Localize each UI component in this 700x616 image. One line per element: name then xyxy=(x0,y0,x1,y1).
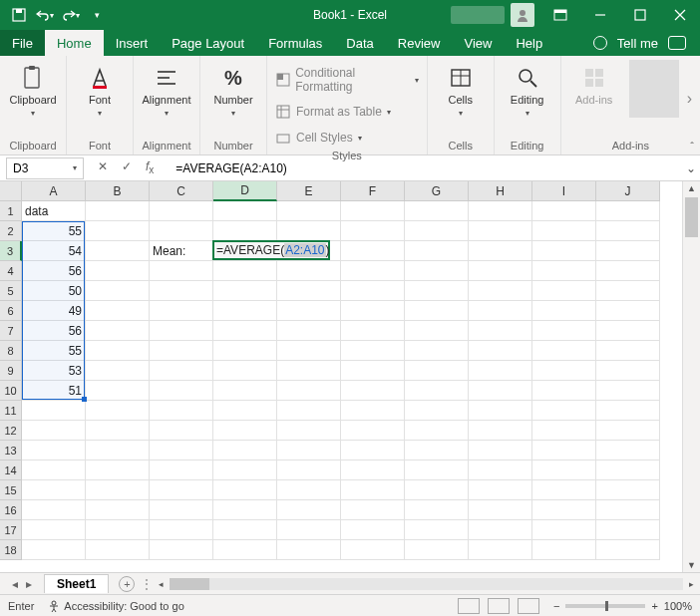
cell-C1[interactable] xyxy=(150,201,213,221)
cell-H12[interactable] xyxy=(469,421,532,441)
expand-formula-bar-icon[interactable]: ⌄ xyxy=(682,161,700,175)
cell-A18[interactable] xyxy=(22,540,86,560)
col-header-E[interactable]: E xyxy=(277,181,341,201)
tab-formulas[interactable]: Formulas xyxy=(256,30,334,56)
cell-G3[interactable] xyxy=(405,241,469,261)
cell-F18[interactable] xyxy=(341,540,405,560)
account-name[interactable] xyxy=(451,6,505,24)
alignment-button[interactable]: Alignment▾ xyxy=(142,60,191,119)
cell-C9[interactable] xyxy=(150,361,213,381)
cell-B11[interactable] xyxy=(86,401,150,421)
cell-I5[interactable] xyxy=(532,281,596,301)
row-header-14[interactable]: 14 xyxy=(0,461,22,480)
cells-button[interactable]: Cells▾ xyxy=(436,60,486,119)
zoom-level[interactable]: 100% xyxy=(664,600,692,612)
sheet-tab[interactable]: Sheet1 xyxy=(44,574,109,593)
conditional-formatting-button[interactable]: Conditional Formatting▾ xyxy=(275,66,419,94)
cell-D17[interactable] xyxy=(213,520,277,540)
cell-G6[interactable] xyxy=(405,301,469,321)
row-header-4[interactable]: 4 xyxy=(0,261,22,281)
cell-B8[interactable] xyxy=(86,341,150,361)
tell-me-icon[interactable] xyxy=(593,36,607,50)
cell-I8[interactable] xyxy=(532,341,596,361)
cell-B10[interactable] xyxy=(86,381,150,401)
cell-F10[interactable] xyxy=(341,381,405,401)
cell-B1[interactable] xyxy=(86,201,150,221)
collapse-ribbon-icon[interactable]: ˆ xyxy=(690,141,694,153)
cell-H13[interactable] xyxy=(469,441,532,461)
cell-B7[interactable] xyxy=(86,321,150,341)
cell-D8[interactable] xyxy=(213,341,277,361)
cell-I2[interactable] xyxy=(532,221,596,241)
cell-B6[interactable] xyxy=(86,301,150,321)
cell-E11[interactable] xyxy=(277,401,341,421)
cell-A6[interactable]: 49 xyxy=(22,301,86,321)
cell-E9[interactable] xyxy=(277,361,341,381)
cell-J16[interactable] xyxy=(596,500,660,520)
cell-D3[interactable] xyxy=(213,241,277,261)
cell-F2[interactable] xyxy=(341,221,405,241)
cell-F14[interactable] xyxy=(341,461,405,480)
cell-H11[interactable] xyxy=(469,401,532,421)
col-header-H[interactable]: H xyxy=(469,181,532,201)
cell-G1[interactable] xyxy=(405,201,469,221)
maximize-icon[interactable] xyxy=(620,0,660,30)
cell-F9[interactable] xyxy=(341,361,405,381)
cell-F13[interactable] xyxy=(341,441,405,461)
account-avatar[interactable] xyxy=(511,3,534,27)
row-header-3[interactable]: 3 xyxy=(0,241,22,261)
cell-J17[interactable] xyxy=(596,520,660,540)
cell-E10[interactable] xyxy=(277,381,341,401)
page-layout-view-icon[interactable] xyxy=(488,598,510,614)
clipboard-button[interactable]: Clipboard▾ xyxy=(8,60,58,119)
col-header-G[interactable]: G xyxy=(405,181,469,201)
cell-styles-button[interactable]: Cell Styles▾ xyxy=(275,130,362,146)
cell-H16[interactable] xyxy=(469,500,532,520)
cell-B9[interactable] xyxy=(86,361,150,381)
cell-F1[interactable] xyxy=(341,201,405,221)
name-box[interactable]: D3▾ xyxy=(6,157,84,179)
cell-I17[interactable] xyxy=(532,520,596,540)
cell-G11[interactable] xyxy=(405,401,469,421)
cell-E7[interactable] xyxy=(277,321,341,341)
col-header-I[interactable]: I xyxy=(532,181,596,201)
cell-G14[interactable] xyxy=(405,461,469,480)
row-header-18[interactable]: 18 xyxy=(0,540,22,560)
row-header-10[interactable]: 10 xyxy=(0,381,22,401)
row-header-9[interactable]: 9 xyxy=(0,361,22,381)
cell-I12[interactable] xyxy=(532,421,596,441)
col-header-D[interactable]: D xyxy=(213,181,277,201)
cell-H15[interactable] xyxy=(469,480,532,500)
row-header-15[interactable]: 15 xyxy=(0,480,22,500)
cell-J2[interactable] xyxy=(596,221,660,241)
cell-D10[interactable] xyxy=(213,381,277,401)
cell-C13[interactable] xyxy=(150,441,213,461)
cell-H4[interactable] xyxy=(469,261,532,281)
hscroll-thumb[interactable] xyxy=(170,578,209,590)
cell-J9[interactable] xyxy=(596,361,660,381)
scroll-up-icon[interactable]: ▲ xyxy=(683,181,700,195)
cell-F15[interactable] xyxy=(341,480,405,500)
tab-insert[interactable]: Insert xyxy=(104,30,161,56)
tab-page-layout[interactable]: Page Layout xyxy=(160,30,256,56)
cell-F6[interactable] xyxy=(341,301,405,321)
qat-customize-icon[interactable]: ▾ xyxy=(86,4,108,26)
cell-G5[interactable] xyxy=(405,281,469,301)
cell-G9[interactable] xyxy=(405,361,469,381)
cell-A17[interactable] xyxy=(22,520,86,540)
cell-A5[interactable]: 50 xyxy=(22,281,86,301)
tab-data[interactable]: Data xyxy=(334,30,385,56)
cell-J6[interactable] xyxy=(596,301,660,321)
cell-A10[interactable]: 51 xyxy=(22,381,86,401)
cell-I9[interactable] xyxy=(532,361,596,381)
cell-H14[interactable] xyxy=(469,461,532,480)
cell-E3[interactable] xyxy=(277,241,341,261)
cell-D7[interactable] xyxy=(213,321,277,341)
cell-C3[interactable]: Mean: xyxy=(150,241,213,261)
cell-D9[interactable] xyxy=(213,361,277,381)
cell-H18[interactable] xyxy=(469,540,532,560)
cell-J12[interactable] xyxy=(596,421,660,441)
tab-review[interactable]: Review xyxy=(386,30,453,56)
cell-B4[interactable] xyxy=(86,261,150,281)
cell-C15[interactable] xyxy=(150,480,213,500)
